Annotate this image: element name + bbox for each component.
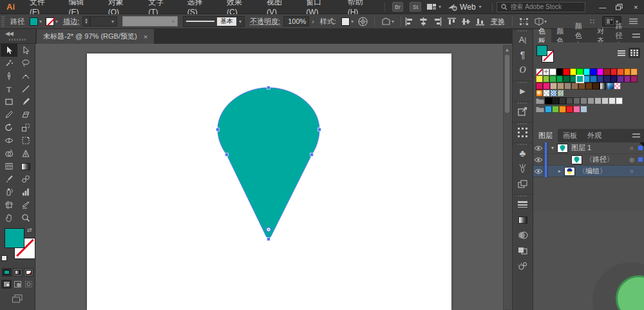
swatch[interactable] [557,82,564,90]
list-view-button[interactable] [616,48,627,58]
gpu-performance-icon[interactable] [448,3,457,11]
swatch[interactable] [556,68,564,75]
select-similar-icon[interactable] [519,17,529,26]
symbol-sprayer-tool[interactable] [1,186,17,199]
swatch[interactable] [570,75,577,82]
canvas-area[interactable]: ▲ [35,44,512,310]
drag-handle[interactable] [9,39,26,41]
grid-dots-icon[interactable]: ∷ [590,17,594,26]
layer-label[interactable]: 〈编组〉 [578,166,627,176]
profile-dropdown[interactable]: Web ▾ [460,3,481,12]
swatch[interactable] [549,75,556,82]
mesh-tool[interactable] [1,160,17,173]
pin-shape-selection[interactable] [35,44,512,310]
gradient-button[interactable] [13,268,23,276]
adobe-stock-search[interactable]: 搜索 Adobe Stock [497,2,585,12]
graphic-styles-panel-icon[interactable] [513,176,533,191]
swatch[interactable] [597,75,604,82]
swatches-tab-路径查[interactable]: 路径查 [610,29,632,43]
align-center-icon[interactable] [419,17,428,26]
document-tab[interactable]: 未标题-2* @ 97% (RGB/预览) × [37,29,154,44]
character-panel-icon[interactable]: A| [513,32,533,47]
draw-normal-button[interactable] [1,280,12,289]
swatches-panel-menu-icon[interactable] [632,32,640,40]
symbol-tools-panel-icon[interactable] [513,258,533,274]
change-screen-mode-icon[interactable] [0,295,35,303]
export-panel-icon[interactable] [513,104,533,119]
swatch[interactable] [536,82,543,90]
draw-behind-button[interactable] [12,280,23,289]
gradient-tool[interactable] [17,160,34,173]
scroll-up-arrow[interactable]: ▲ [504,47,511,53]
paintbrush-tool[interactable] [17,95,34,108]
swatch[interactable] [624,75,631,82]
align-middle-icon[interactable] [462,17,470,26]
swatch[interactable] [566,97,573,104]
swatch[interactable] [552,106,559,113]
swatch[interactable] [545,97,552,104]
layer-row-图层 1[interactable]: ▾图层 1○ [533,142,644,154]
swatch[interactable] [594,97,601,104]
swatch[interactable] [590,75,597,82]
swatch[interactable] [630,68,638,75]
visibility-eye-icon[interactable] [533,142,544,154]
fill-color-dropdown[interactable]: ▾ [30,17,42,26]
color-group-folder-icon[interactable] [536,97,544,104]
variable-width-profile-dropdown[interactable]: 基本 ▾ [183,16,245,27]
layer-label[interactable]: 图层 1 [571,143,627,153]
width-tool[interactable] [1,134,17,147]
eraser-tool[interactable] [17,108,34,121]
swatch[interactable] [563,75,570,82]
magic-wand-tool[interactable] [1,57,17,70]
swatch[interactable] [617,75,624,82]
swatch[interactable] [583,68,591,75]
layer-row-〈编组〉[interactable]: ▸〈编组〉○ [533,166,644,177]
layer-row-〈路径〉[interactable]: 〈路径〉◎ [533,154,644,166]
close-document-icon[interactable]: × [144,33,147,41]
default-fill-stroke-icon[interactable] [1,255,7,261]
color-button[interactable] [2,268,12,276]
stroke-panel-icon[interactable] [513,197,533,212]
artboard-tool[interactable] [1,199,17,211]
layer-thumbnail[interactable] [564,167,575,176]
arrange-documents-icon[interactable] [427,3,436,10]
swatch[interactable] [550,90,557,97]
swatch[interactable] [536,90,543,97]
transform-link[interactable]: 变换 [491,17,505,26]
gradient-panel-icon[interactable] [513,212,533,228]
restore-button[interactable] [611,0,628,14]
layer-label[interactable]: 〈路径〉 [585,155,627,164]
perspective-grid-tool[interactable] [17,147,34,160]
swatch[interactable] [564,82,571,90]
swatch[interactable] [549,68,556,75]
swatch[interactable] [536,75,543,82]
opacity-more-button[interactable]: › [312,17,314,25]
visibility-eye-icon[interactable] [533,154,544,166]
lasso-tool[interactable] [17,57,34,70]
layers-tab-外观[interactable]: 外观 [582,129,607,142]
swatch[interactable] [545,106,552,113]
grid-view-button[interactable] [629,48,640,58]
recolor-artwork-icon[interactable] [358,17,368,26]
swap-fill-stroke-icon[interactable]: ⇄ [27,227,32,233]
swatch[interactable] [566,106,573,113]
swatch[interactable] [573,106,580,113]
shape-builder-tool[interactable] [1,147,17,160]
swatch[interactable] [601,97,609,104]
layers-tab-画板[interactable]: 画板 [558,129,582,142]
vertical-scrollbar[interactable]: ▲ [503,45,511,310]
swatch[interactable] [617,68,624,75]
anchor-point[interactable] [216,128,220,131]
selection-tool[interactable] [1,44,17,57]
swatch[interactable] [611,75,618,82]
swatches-tab-颜色[interactable]: 颜色 [551,29,569,43]
swatch[interactable] [570,68,577,75]
shape-properties-dropdown[interactable]: ▾ [381,17,394,26]
swatch[interactable] [597,68,604,75]
hand-tool[interactable] [1,211,17,224]
swatch[interactable] [592,82,600,90]
opacity-label[interactable]: 不透明度: [250,17,280,26]
stock-button[interactable]: St [410,2,421,12]
swatch[interactable] [607,82,614,90]
opentype-panel-icon[interactable]: O [513,63,533,78]
